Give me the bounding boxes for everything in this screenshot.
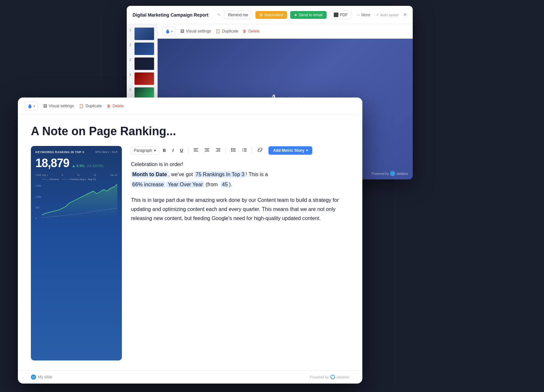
add-metric-button[interactable]: Add Metric Story ▾ xyxy=(268,146,312,155)
toolbar-separator-1 xyxy=(188,147,188,154)
editor-content: Celebration is in order! Month to Date, … xyxy=(131,160,349,223)
send-icon: ➤ xyxy=(294,13,297,17)
style-select[interactable]: Paragraph ▾ xyxy=(131,146,159,155)
bg-titlebar: Digital Marketing Campaign Report ✎ Remi… xyxy=(127,6,413,24)
visual-settings-front-icon: 🖼 xyxy=(43,104,47,108)
send-email-button[interactable]: ➤ Send to email xyxy=(290,11,326,19)
duplicate-icon: 📋 xyxy=(215,29,220,33)
powered-by-back: Powered by databox xyxy=(372,171,408,176)
front-drop-icon-button[interactable]: ▾ xyxy=(24,101,38,111)
increase-highlight: 66% increase xyxy=(131,181,165,188)
my-slide-label: M My slide xyxy=(31,374,52,380)
metric-widget-header: KEYWORDS RANKING IN TOP 3 MTD (Sep 1 - 3… xyxy=(35,150,117,154)
metric-value: 18,879 xyxy=(35,156,69,170)
editor-paragraph: This is in large part due the amazing wo… xyxy=(131,196,349,223)
databox-icon xyxy=(331,375,334,379)
front-dropdown-arrow: ▾ xyxy=(33,104,35,108)
drop-icon-button[interactable]: ▾ xyxy=(162,27,176,36)
period-chevron: ▾ xyxy=(116,150,117,153)
svg-text:3.: 3. xyxy=(242,150,243,152)
bullet-list-button[interactable] xyxy=(228,146,238,155)
pdf-icon: ⬛ xyxy=(333,12,339,17)
front-water-drop-icon xyxy=(27,103,32,109)
more-button[interactable]: ··· More xyxy=(355,11,373,19)
remind-me-button[interactable]: Remind me xyxy=(224,11,252,19)
slide-thumb-1[interactable]: 1 xyxy=(129,27,155,40)
change-pct: 8.9% xyxy=(76,164,84,168)
slide-thumbnail-img-1 xyxy=(134,27,154,40)
close-button[interactable]: × xyxy=(403,11,407,18)
align-center-icon xyxy=(205,148,209,152)
slide-thumbnail-img-3 xyxy=(134,57,154,70)
text-editor: Paragraph ▾ B I U xyxy=(131,146,349,360)
legend-sessions: — Sessions xyxy=(42,178,59,180)
svg-point-11 xyxy=(231,150,232,150)
legend-sessions-line xyxy=(42,179,46,179)
slide-thumb-4[interactable]: 4 xyxy=(129,72,155,85)
toolbar-separator-3 xyxy=(252,147,252,154)
slide-content-row: KEYWORDS RANKING IN TOP 3 MTD (Sep 1 - 3… xyxy=(31,146,349,360)
front-slide-area: A Note on Page Ranking... KEYWORDS RANKI… xyxy=(18,115,362,370)
add-metric-chevron: ▾ xyxy=(306,149,308,152)
check-icon: ✓ xyxy=(376,13,379,17)
slide-heading: A Note on Page Ranking... xyxy=(31,124,349,138)
bg-window-title: Digital Marketing Campaign Report xyxy=(133,12,214,18)
delete-btn-bg[interactable]: 🗑 Delete xyxy=(243,29,260,33)
editor-line-3: 66% increase Year Over Year (from 45). xyxy=(131,180,349,189)
rankings-highlight: 75 Rankings In Top 3 xyxy=(194,171,246,177)
legend-previous-line xyxy=(62,179,66,179)
slide-thumbnail-img-4 xyxy=(134,72,154,85)
delete-btn-front[interactable]: 🗑 Delete xyxy=(107,104,124,108)
water-drop-icon xyxy=(165,29,170,34)
number-45-highlight: 45 xyxy=(221,181,229,188)
slide-thumb-2[interactable]: 2 xyxy=(129,42,155,55)
my-slide-icon: M xyxy=(31,374,36,380)
yoy-highlight: Year Over Year xyxy=(166,181,204,188)
editor-toolbar: Paragraph ▾ B I U xyxy=(131,146,349,155)
align-left-icon xyxy=(194,148,198,152)
slide-thumbnail-img-2 xyxy=(134,42,154,55)
italic-button[interactable]: I xyxy=(170,146,176,155)
pdf-button[interactable]: ⬛ PDF xyxy=(330,10,351,19)
metric-prev: (14,420.00) xyxy=(87,164,103,168)
edit-icon: ✎ xyxy=(217,13,221,17)
duplicate-btn-front[interactable]: 📋 Duplicate xyxy=(79,104,102,108)
legend-previous: — Previous (Aug 1 - Aug 31) xyxy=(62,178,96,180)
link-button[interactable] xyxy=(255,146,265,155)
databox-logo-back xyxy=(390,171,395,176)
month-to-date-highlight: Month to Date xyxy=(131,171,168,177)
svg-point-9 xyxy=(231,148,232,149)
underline-button[interactable]: U xyxy=(177,146,186,155)
front-toolbar: ▾ 🖼 Visual settings 📋 Duplicate 🗑 Delete xyxy=(18,98,362,115)
align-center-button[interactable] xyxy=(202,146,212,155)
front-window: ▾ 🖼 Visual settings 📋 Duplicate 🗑 Delete… xyxy=(18,98,362,384)
align-right-icon xyxy=(216,148,220,152)
visual-settings-btn-front[interactable]: 🖼 Visual settings xyxy=(43,104,74,108)
slide-footer: M My slide Powered by databox xyxy=(18,370,362,384)
metric-label: KEYWORDS RANKING IN TOP 3 xyxy=(35,150,84,154)
autosaved-label: ✓ Auto saved xyxy=(376,13,398,17)
slide-thumb-3[interactable]: 3 xyxy=(129,57,155,70)
visual-settings-icon: 🖼 xyxy=(180,29,184,33)
duplicate-btn-bg[interactable]: 📋 Duplicate xyxy=(215,29,238,33)
style-select-chevron: ▾ xyxy=(154,148,156,153)
editor-line-2: Month to Date, we've got 75 Rankings In … xyxy=(131,170,349,179)
align-right-button[interactable] xyxy=(213,146,223,155)
bold-button[interactable]: B xyxy=(160,146,168,155)
link-icon xyxy=(257,148,263,152)
slide-toolbar-bg: ▾ 🖼 Visual settings 📋 Duplicate 🗑 Delete xyxy=(158,24,413,39)
powered-by-label: Powered by databox xyxy=(310,375,349,379)
bullet-list-icon xyxy=(231,148,236,152)
toolbar-separator-2 xyxy=(226,147,226,154)
dropdown-arrow: ▾ xyxy=(171,30,173,33)
automated-button[interactable]: ⚙ Automated xyxy=(255,11,287,19)
delete-icon: 🗑 xyxy=(243,29,247,33)
metric-widget: KEYWORDS RANKING IN TOP 3 MTD (Sep 1 - 3… xyxy=(31,146,122,360)
metric-change: ▲ 8.9% (14,420.00) xyxy=(72,164,103,168)
databox-logo-front xyxy=(330,375,335,379)
chart-svg xyxy=(42,174,117,218)
numbered-list-icon: 1.2.3. xyxy=(242,148,247,152)
align-left-button[interactable] xyxy=(191,146,201,155)
numbered-list-button[interactable]: 1.2.3. xyxy=(240,146,249,155)
visual-settings-btn-bg[interactable]: 🖼 Visual settings xyxy=(180,29,211,33)
